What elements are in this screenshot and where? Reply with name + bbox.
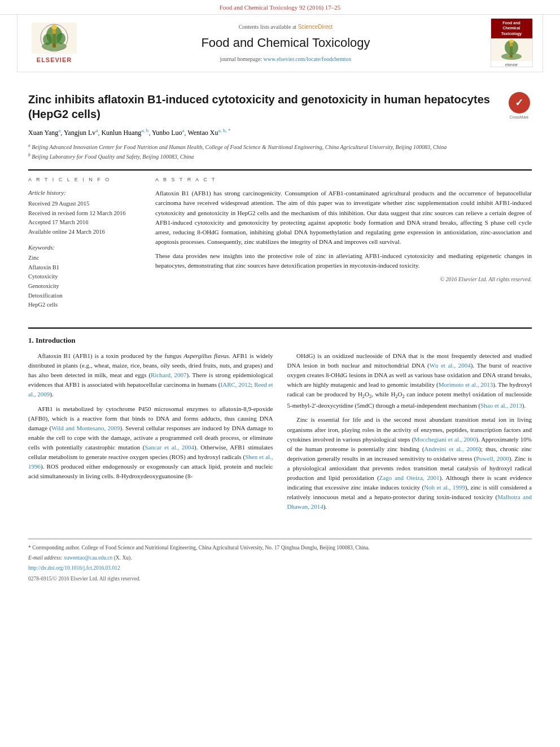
svg-point-7: [51, 25, 57, 29]
affiliation-b: b Beijing Laboratory for Food Quality an…: [28, 152, 532, 161]
crossmark-label: CrossMark: [510, 115, 529, 120]
ref-zago-2001[interactable]: Zago and Oteiza, 2001: [379, 474, 440, 481]
abstract-label: A B S T R A C T: [155, 176, 532, 184]
author-5: Wentao Xu: [187, 129, 218, 137]
article-info-label: A R T I C L E I N F O: [28, 176, 141, 184]
accepted-date: Accepted 17 March 2016: [28, 219, 141, 227]
introduction-two-col: Aflatoxin B1 (AFB1) is a toxin produced …: [28, 351, 532, 516]
svg-point-4: [43, 34, 52, 45]
authors-line: Xuan Yanga, Yangjun Lva, Kunlun Huanga, …: [28, 127, 532, 138]
ref-malhotra-2014[interactable]: Malhotra and Dhawan, 2014: [287, 493, 532, 510]
ref-iarc-2012[interactable]: IARC, 2012: [221, 381, 251, 388]
email-link[interactable]: xuwentao@cau.edu.cn: [64, 555, 112, 561]
journal-reference-bar: Food and Chemical Toxicology 92 (2016) 1…: [0, 0, 560, 15]
issn-line: 0278-6915/© 2016 Elsevier Ltd. All right…: [28, 575, 532, 583]
journal-logo-bottom: elsevier: [504, 61, 519, 68]
journal-homepage-link[interactable]: www.elsevier.com/locate/foodchemtox: [264, 56, 352, 62]
ref-wild-2009[interactable]: Wild and Montesano, 2009: [51, 425, 120, 431]
keyword-1: Zinc: [28, 254, 141, 263]
svg-point-14: [509, 40, 514, 43]
author-1: Xuan Yang: [28, 129, 58, 137]
doi-line: http://dx.doi.org/10.1016/j.fct.2016.03.…: [28, 564, 532, 572]
ref-powell-2000[interactable]: Powell, 2000: [476, 455, 509, 462]
received-revised-date: Received in revised form 12 March 2016: [28, 209, 141, 218]
ref-shao-2013[interactable]: Shao et al., 2013: [480, 402, 522, 409]
keyword-5: Detoxification: [28, 292, 141, 300]
abstract-paragraph-1: Aflatoxin B1 (AFB1) has strong carcinoge…: [155, 189, 532, 246]
intro-col2-p1: OHdG) is an oxidized nucleoside of DNA t…: [287, 351, 532, 410]
introduction-col-1: Aflatoxin B1 (AFB1) is a toxin produced …: [28, 351, 273, 516]
elsevier-logo: ELSEVIER: [32, 23, 77, 64]
article-title: Zinc inhibits aflatoxin B1-induced cytot…: [28, 92, 498, 121]
author-2: Yangjun Lv: [64, 129, 95, 137]
keywords-title: Keywords:: [28, 243, 141, 252]
article-info-abstract-section: A R T I C L E I N F O Article history: R…: [28, 169, 532, 316]
corresponding-author-note: * Corresponding author. College of Food …: [28, 544, 532, 552]
sciencedirect-line: Contents lists available at ScienceDirec…: [97, 23, 475, 31]
journal-logo-box: Food andChemicalToxicology elsevier: [491, 19, 533, 67]
ref-sancar-2004[interactable]: Sancar et al., 2004: [145, 444, 194, 451]
article-title-section: Zinc inhibits aflatoxin B1-induced cytot…: [28, 92, 532, 121]
article-history-group: Article history: Received 29 August 2015…: [28, 189, 141, 236]
journal-header: ELSEVIER Contents lists available at Sci…: [17, 15, 543, 72]
journal-ref-text: Food and Chemical Toxicology 92 (2016) 1…: [220, 4, 341, 11]
ref-wu-2004[interactable]: Wu et al., 2004: [430, 362, 471, 369]
intro-col2-p2: Zinc is essential for life and is the se…: [287, 415, 532, 511]
introduction-section: 1. Introduction Aflatoxin B1 (AFB1) is a…: [28, 327, 532, 516]
crossmark-badge[interactable]: ✓ CrossMark: [506, 92, 532, 120]
abstract-paragraph-2: These data provides new insights into th…: [155, 251, 532, 270]
journal-title-header: Food and Chemical Toxicology: [97, 34, 475, 52]
journal-logo-top: Food andChemicalToxicology: [491, 19, 532, 38]
author-4: Yunbo Luo: [152, 129, 182, 137]
keywords-group: Keywords: Zinc Aflatoxin B1 Cytotoxicity…: [28, 243, 141, 310]
email-note: E-mail address: xuwentao@cau.edu.cn (X. …: [28, 554, 532, 562]
abstract-col: A B S T R A C T Aflatoxin B1 (AFB1) has …: [155, 176, 532, 316]
ref-noh-1999[interactable]: Noh et al., 1999: [424, 484, 465, 491]
affiliation-a: a Beijing Advanced Innovation Center for…: [28, 142, 532, 151]
introduction-col-2: OHdG) is an oxidized nucleoside of DNA t…: [287, 351, 532, 516]
doi-link[interactable]: http://dx.doi.org/10.1016/j.fct.2016.03.…: [28, 565, 120, 571]
introduction-title: 1. Introduction: [28, 335, 532, 346]
ref-shen-1996[interactable]: Shen et al., 1996: [28, 453, 273, 470]
article-history-title: Article history:: [28, 189, 141, 197]
journal-homepage: journal homepage: www.elsevier.com/locat…: [97, 55, 475, 63]
page-footer: * Corresponding author. College of Food …: [28, 539, 532, 589]
author-3: Kunlun Huang: [101, 129, 141, 137]
page-wrapper: Food and Chemical Toxicology 92 (2016) 1…: [0, 0, 560, 589]
keywords-list: Zinc Aflatoxin B1 Cytotoxicity Genotoxic…: [28, 254, 141, 309]
crossmark-icon: ✓: [509, 92, 530, 113]
journal-logo-image: [491, 38, 532, 61]
abstract-text: Aflatoxin B1 (AFB1) has strong carcinoge…: [155, 189, 532, 283]
affiliations: a Beijing Advanced Innovation Center for…: [28, 142, 532, 161]
intro-col1-p1: Aflatoxin B1 (AFB1) is a toxin produced …: [28, 351, 273, 399]
received-date: Received 29 August 2015: [28, 200, 141, 208]
journal-header-center: Contents lists available at ScienceDirec…: [85, 23, 486, 63]
main-content: Zinc inhibits aflatoxin B1-induced cytot…: [0, 72, 560, 527]
keyword-6: HepG2 cells: [28, 301, 141, 309]
article-info-col: A R T I C L E I N F O Article history: R…: [28, 176, 141, 316]
ref-andreini-2006[interactable]: Andreini et al., 2006: [424, 445, 479, 452]
elsevier-label: ELSEVIER: [37, 56, 72, 64]
svg-point-5: [56, 33, 65, 44]
ref-richard-2007[interactable]: Richard, 2007: [151, 372, 186, 378]
journal-header-right: Food andChemicalToxicology elsevier: [486, 19, 537, 67]
ref-mocchegiani-2000[interactable]: Mocchegiani et al., 2000: [414, 436, 476, 443]
sciencedirect-link[interactable]: ScienceDirect: [298, 24, 333, 30]
keyword-3: Cytotoxicity: [28, 273, 141, 281]
ref-morimoto-2013[interactable]: Morimoto et al., 2013: [439, 381, 493, 388]
intro-col1-p2: AFB1 is metabolized by cytochrome P450 m…: [28, 404, 273, 481]
abstract-copyright: © 2016 Elsevier Ltd. All rights reserved…: [155, 275, 532, 284]
keyword-4: Genotoxicity: [28, 282, 141, 291]
elsevier-graphic: [32, 23, 77, 54]
journal-header-left: ELSEVIER: [23, 23, 85, 64]
keyword-2: Aflatoxin B1: [28, 264, 141, 272]
available-online-date: Available online 24 March 2016: [28, 228, 141, 237]
